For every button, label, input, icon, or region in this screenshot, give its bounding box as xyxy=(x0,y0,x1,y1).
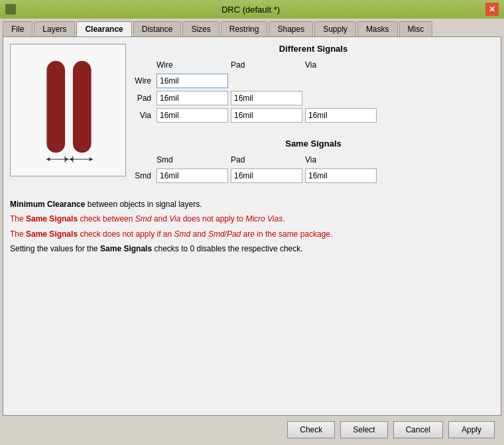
note-line-2: The Same Signals check does not apply if… xyxy=(10,227,494,241)
same-smd-via-input[interactable] xyxy=(305,168,377,183)
same-smd-pad-input[interactable] xyxy=(231,168,302,183)
svg-marker-4 xyxy=(65,157,69,161)
same-signals-title: Same Signals xyxy=(133,139,494,149)
window-title: DRC (default *) xyxy=(16,5,485,15)
diff-wire-label: Wire xyxy=(133,76,154,86)
tab-shapes[interactable]: Shapes xyxy=(269,21,313,36)
diff-pad-wire-input[interactable] xyxy=(157,91,228,105)
notes-area: Minimum Clearance between objects in sig… xyxy=(10,198,494,409)
same-via-header: Via xyxy=(305,155,377,164)
diff-wire-header: Wire xyxy=(157,60,228,70)
same-smd-smd-cell[interactable] xyxy=(157,168,228,183)
diff-via-pad-cell[interactable] xyxy=(231,108,302,123)
note-line-1: The Same Signals check between Smd and V… xyxy=(10,212,494,225)
button-bar: CheckSelectCancelApply xyxy=(3,416,501,442)
main-window: FileLayersClearanceDistanceSizesRestring… xyxy=(0,19,504,445)
same-smd-label: Smd xyxy=(133,171,154,180)
title-bar: DRC (default *) ✕ xyxy=(0,0,504,19)
tab-distance[interactable]: Distance xyxy=(133,21,182,36)
content-panel: Different Signals Wire Pad Via Wire xyxy=(3,36,501,416)
tab-restring[interactable]: Restring xyxy=(221,21,268,36)
different-signals-title: Different Signals xyxy=(133,44,494,54)
diff-pad-pad-cell[interactable] xyxy=(231,91,302,105)
same-smd-via-cell[interactable] xyxy=(305,168,377,183)
tab-misc[interactable]: Misc xyxy=(399,21,433,36)
same-smd-row: Smd xyxy=(133,168,494,183)
diff-via-header: Via xyxy=(305,60,377,70)
select-button[interactable]: Select xyxy=(340,421,387,438)
svg-marker-6 xyxy=(69,157,73,161)
same-smd-smd-input[interactable] xyxy=(157,168,228,183)
svg-marker-3 xyxy=(46,157,50,161)
diff-pad-label: Pad xyxy=(133,94,154,103)
same-header-row: Smd Pad Via xyxy=(133,155,494,164)
tab-sizes[interactable]: Sizes xyxy=(182,21,219,36)
diff-pad-pad-input[interactable] xyxy=(231,91,302,105)
diff-wire-wire-input[interactable] xyxy=(157,74,228,88)
clearance-preview xyxy=(10,44,126,176)
diff-via-wire-cell[interactable] xyxy=(157,108,228,123)
form-area: Different Signals Wire Pad Via Wire xyxy=(133,44,494,183)
tab-clearance[interactable]: Clearance xyxy=(76,21,131,36)
close-button[interactable]: ✕ xyxy=(485,3,499,16)
diff-pad-row: Pad xyxy=(133,91,494,105)
diff-pad-header: Pad xyxy=(231,60,302,70)
diff-header-row: Wire Pad Via xyxy=(133,60,494,70)
diff-wire-row: Wire xyxy=(133,74,494,88)
diff-via-row: Via xyxy=(133,108,494,123)
app-icon xyxy=(5,4,16,15)
same-smd-pad-cell[interactable] xyxy=(231,168,302,183)
svg-rect-0 xyxy=(46,61,65,153)
diff-via-wire-input[interactable] xyxy=(157,108,228,123)
note-line-3: Setting the values for the Same Signals … xyxy=(10,242,494,255)
diff-wire-wire-cell[interactable] xyxy=(157,74,228,88)
diff-via-label: Via xyxy=(133,111,154,120)
cancel-button[interactable]: Cancel xyxy=(393,421,443,438)
svg-marker-7 xyxy=(90,157,94,161)
tab-file[interactable]: File xyxy=(3,21,32,36)
apply-button[interactable]: Apply xyxy=(448,421,495,438)
tab-masks[interactable]: Masks xyxy=(357,21,398,36)
same-smd-header: Smd xyxy=(157,155,228,164)
diff-pad-wire-cell[interactable] xyxy=(157,91,228,105)
diff-via-pad-input[interactable] xyxy=(231,108,302,123)
note-line-0: Minimum Clearance between objects in sig… xyxy=(10,198,494,211)
tab-supply[interactable]: Supply xyxy=(314,21,356,36)
same-pad-header: Pad xyxy=(231,155,302,164)
svg-rect-1 xyxy=(73,61,92,153)
diff-via-via-input[interactable] xyxy=(305,108,377,123)
diff-via-via-cell[interactable] xyxy=(305,108,377,123)
check-button[interactable]: Check xyxy=(287,421,335,438)
inner-layout: Different Signals Wire Pad Via Wire xyxy=(10,44,494,183)
tab-layers[interactable]: Layers xyxy=(34,21,75,36)
tab-bar: FileLayersClearanceDistanceSizesRestring… xyxy=(3,21,501,36)
